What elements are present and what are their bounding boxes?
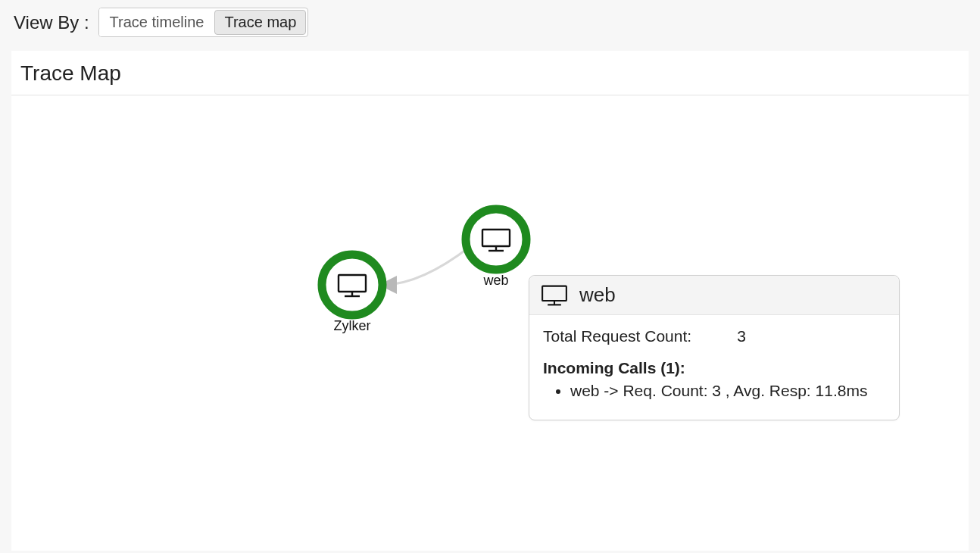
page-title: Trace Map: [11, 51, 969, 95]
total-request-label: Total Request Count:: [543, 327, 691, 345]
trace-map-canvas: Zylker web web Total Request C: [11, 95, 969, 527]
node-web[interactable]: web: [466, 209, 526, 288]
incoming-calls-list: web -> Req. Count: 3 , Avg. Resp: 11.8ms: [543, 382, 885, 400]
monitor-icon: [540, 284, 569, 307]
view-by-label: View By :: [14, 12, 89, 33]
node-zylker[interactable]: Zylker: [322, 255, 382, 333]
node-web-label: web: [482, 273, 508, 288]
svg-rect-5: [542, 286, 566, 300]
svg-point-4: [466, 209, 526, 270]
total-request-row: Total Request Count: 3: [543, 327, 885, 345]
popup-title: web: [579, 283, 616, 307]
popup-header: web: [529, 276, 899, 315]
node-details-popup: web Total Request Count: 3 Incoming Call…: [529, 275, 900, 420]
incoming-calls-heading: Incoming Calls (1):: [543, 359, 885, 377]
node-zylker-label: Zylker: [334, 318, 371, 333]
tab-trace-map[interactable]: Trace map: [214, 10, 306, 35]
view-by-bar: View By : Trace timeline Trace map: [0, 0, 980, 51]
edge-web-to-zylker: [382, 247, 470, 285]
total-request-value: 3: [737, 327, 746, 345]
incoming-call-item: web -> Req. Count: 3 , Avg. Resp: 11.8ms: [570, 382, 885, 400]
trace-map-panel: Trace Map Zylker: [11, 51, 969, 551]
svg-point-3: [322, 255, 382, 315]
popup-body: Total Request Count: 3 Incoming Calls (1…: [529, 315, 899, 420]
view-by-toggle: Trace timeline Trace map: [98, 8, 309, 37]
tab-trace-timeline[interactable]: Trace timeline: [99, 8, 215, 36]
